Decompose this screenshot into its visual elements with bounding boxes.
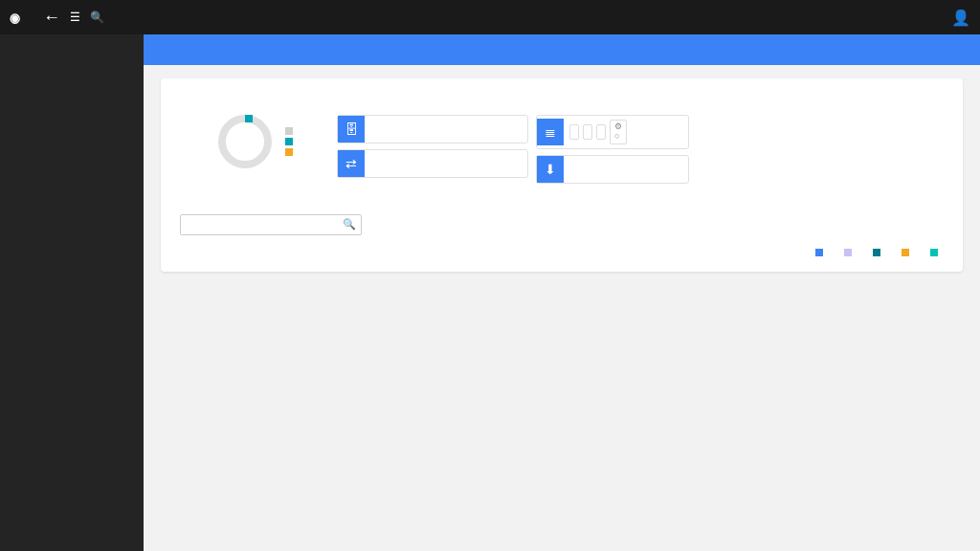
sidebar-section	[0, 55, 144, 69]
sidebar-section	[0, 42, 144, 55]
proxy-icon: ⇄	[338, 150, 365, 177]
trace-search-input[interactable]	[180, 214, 362, 235]
logo: ◉	[10, 11, 24, 25]
finding[interactable]: ⬇	[536, 155, 689, 184]
chart-legend	[180, 241, 944, 256]
legend-item	[285, 148, 299, 156]
requests-icon: ⬇	[537, 156, 564, 183]
finding[interactable]: 🗄	[337, 115, 528, 143]
search-icon: 🔍	[343, 218, 356, 231]
breadcrumbs	[144, 34, 980, 65]
legend-item	[285, 138, 299, 145]
database-icon: 🗄	[338, 116, 365, 143]
back-icon[interactable]: ←	[43, 8, 60, 28]
donut-chart	[218, 115, 272, 168]
menu-icon[interactable]: ☰	[70, 11, 80, 24]
finding[interactable]: ⇄	[337, 149, 528, 178]
sidebar	[0, 34, 144, 551]
legend-item	[285, 127, 299, 135]
user-icon[interactable]: 👤	[951, 9, 970, 27]
global-search-input[interactable]	[110, 11, 349, 24]
list-icon: ≣	[537, 119, 564, 145]
sidebar-section	[0, 69, 144, 82]
search-icon: 🔍	[90, 11, 104, 24]
sidebar-section	[0, 82, 144, 96]
finding[interactable]: ≣ ⚙○	[536, 115, 689, 149]
